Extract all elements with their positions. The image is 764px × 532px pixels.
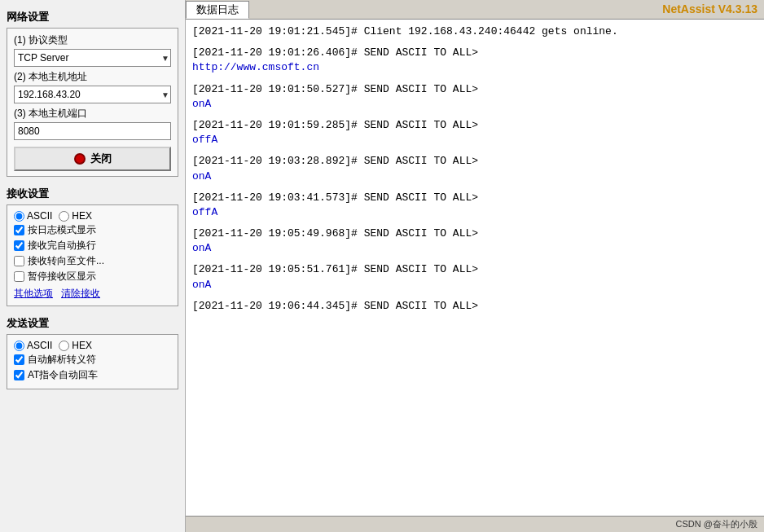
send-ascii-label: ASCII [27,340,52,351]
sidebar: 网络设置 (1) 协议类型 TCP Server TCP Client UDP … [0,0,186,532]
log-timestamp-7: [2021-11-20 19:05:51.761]# SEND ASCII TO… [192,262,757,277]
log-data-3: offA [192,133,757,147]
receive-ascii-option[interactable]: ASCII [14,210,52,222]
send-settings-title: 发送设置 [7,316,178,331]
redirect-checkbox-row[interactable]: 接收转向至文件... [14,254,171,268]
auto-escape-label: 自动解析转义符 [28,353,96,367]
log-entry-7: [2021-11-20 19:05:51.761]# SEND ASCII TO… [192,262,757,292]
log-timestamp-1: [2021-11-20 19:01:26.406]# SEND ASCII TO… [192,46,757,60]
log-entry-0: [2021-11-20 19:01:21.545]# Client 192.16… [192,24,757,39]
tab-bar: 数据日志 NetAssist V4.3.13 [186,0,764,20]
receive-encoding-row: ASCII HEX [14,210,171,222]
log-entry-2: [2021-11-20 19:01:50.527]# SEND ASCII TO… [192,82,757,112]
at-cmd-checkbox[interactable] [14,370,24,380]
protocol-select[interactable]: TCP Server TCP Client UDP [14,49,171,67]
host-select[interactable]: 192.168.43.20 [14,86,171,103]
log-data-7: onA [192,278,757,292]
host-label: (2) 本地主机地址 [14,70,171,84]
status-bar: CSDN @奋斗的小殷 [186,516,764,532]
log-entry-6: [2021-11-20 19:05:49.968]# SEND ASCII TO… [192,226,757,256]
log-mode-checkbox[interactable] [14,225,24,235]
send-settings-section: ASCII HEX 自动解析转义符 AT指令自动回车 [7,334,178,389]
log-timestamp-4: [2021-11-20 19:03:28.892]# SEND ASCII TO… [192,154,757,169]
log-timestamp-5: [2021-11-20 19:03:41.573]# SEND ASCII TO… [192,191,757,205]
log-mode-checkbox-row[interactable]: 按日志模式显示 [14,223,171,237]
send-encoding-row: ASCII HEX [14,340,171,351]
redirect-checkbox[interactable] [14,256,24,266]
receive-ascii-label: ASCII [27,210,52,222]
log-data-2: onA [192,97,757,112]
protocol-label: (1) 协议类型 [14,33,171,47]
log-data-4: onA [192,169,757,184]
network-settings-section: (1) 协议类型 TCP Server TCP Client UDP ▼ (2)… [7,28,178,177]
close-button[interactable]: 关闭 [14,147,171,171]
red-circle-icon [74,153,86,165]
pause-checkbox[interactable] [14,271,24,282]
log-timestamp-2: [2021-11-20 19:01:50.527]# SEND ASCII TO… [192,82,757,97]
receive-hex-label: HEX [72,210,92,222]
host-select-wrapper: 192.168.43.20 ▼ [14,86,171,103]
receive-hex-option[interactable]: HEX [59,210,92,222]
close-button-label: 关闭 [90,152,112,166]
auto-newline-checkbox[interactable] [14,240,24,251]
port-label: (3) 本地主机端口 [14,107,171,121]
data-log-tab-label: 数据日志 [196,2,239,17]
protocol-select-wrapper: TCP Server TCP Client UDP ▼ [14,49,171,67]
other-options-link[interactable]: 其他选项 [14,287,53,301]
log-data-5: offA [192,205,757,220]
log-timestamp-0: [2021-11-20 19:01:21.545]# Client 192.16… [192,24,757,39]
log-timestamp-3: [2021-11-20 19:01:59.285]# SEND ASCII TO… [192,118,757,133]
auto-escape-checkbox[interactable] [14,354,24,365]
auto-newline-label: 接收完自动换行 [28,239,96,253]
log-entry-1: [2021-11-20 19:01:26.406]# SEND ASCII TO… [192,46,757,75]
log-entry-4: [2021-11-20 19:03:28.892]# SEND ASCII TO… [192,154,757,183]
receive-settings-section: ASCII HEX 按日志模式显示 接收完自动换行 接收转向至文件... [7,204,178,306]
send-hex-label: HEX [72,340,92,351]
network-settings-title: 网络设置 [7,10,178,24]
log-timestamp-6: [2021-11-20 19:05:49.968]# SEND ASCII TO… [192,226,757,241]
data-log-tab[interactable]: 数据日志 [186,1,249,19]
auto-escape-checkbox-row[interactable]: 自动解析转义符 [14,353,171,367]
send-hex-option[interactable]: HEX [59,340,92,351]
port-input[interactable]: 8080 [14,122,171,140]
clear-receive-link[interactable]: 清除接收 [61,287,100,301]
log-timestamp-8: [2021-11-20 19:06:44.345]# SEND ASCII TO… [192,299,757,314]
content-area: 数据日志 NetAssist V4.3.13 [2021-11-20 19:01… [186,0,764,532]
at-cmd-checkbox-row[interactable]: AT指令自动回车 [14,368,171,382]
log-entry-8: [2021-11-20 19:06:44.345]# SEND ASCII TO… [192,299,757,314]
status-text: CSDN @奋斗的小殷 [676,518,757,530]
send-ascii-option[interactable]: ASCII [14,340,52,351]
link-row: 其他选项 清除接收 [14,287,171,301]
receive-settings-title: 接收设置 [7,187,178,201]
auto-newline-checkbox-row[interactable]: 接收完自动换行 [14,239,171,253]
pause-checkbox-row[interactable]: 暂停接收区显示 [14,270,171,284]
log-data-6: onA [192,241,757,256]
redirect-label: 接收转向至文件... [28,254,104,268]
log-entry-5: [2021-11-20 19:03:41.573]# SEND ASCII TO… [192,191,757,220]
log-area[interactable]: [2021-11-20 19:01:21.545]# Client 192.16… [186,20,764,516]
log-mode-label: 按日志模式显示 [28,223,96,237]
at-cmd-label: AT指令自动回车 [28,368,98,382]
pause-label: 暂停接收区显示 [28,270,96,284]
log-data-1: http://www.cmsoft.cn [192,60,757,75]
app-title: NetAssist V4.3.13 [662,2,757,17]
log-entry-3: [2021-11-20 19:01:59.285]# SEND ASCII TO… [192,118,757,147]
